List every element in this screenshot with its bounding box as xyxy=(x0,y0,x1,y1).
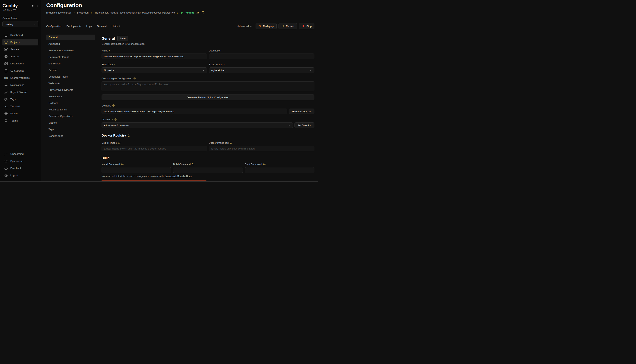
sidebar-item-tags[interactable]: Tags xyxy=(3,96,38,102)
sidebar-item-dashboard[interactable]: Dashboard xyxy=(3,32,38,38)
sidebar-item-feedback[interactable]: Feedback xyxy=(3,165,38,172)
info-icon[interactable] xyxy=(118,142,121,144)
refresh-icon[interactable] xyxy=(201,11,204,14)
sidebar-item-shared-variables[interactable]: (x) Shared Variables xyxy=(3,74,38,81)
horizontal-scrollbar-track[interactable] xyxy=(0,181,318,182)
docker-image-input[interactable] xyxy=(102,146,207,152)
redeploy-button[interactable]: Redeploy xyxy=(256,23,277,29)
custom-nginx-textarea[interactable] xyxy=(102,81,314,91)
stop-button[interactable]: Stop xyxy=(299,23,314,29)
logo-icons xyxy=(31,4,38,8)
subnav-item-general[interactable]: General xyxy=(46,34,95,40)
static-image-select[interactable]: nginx:alpine xyxy=(209,68,315,73)
info-icon[interactable] xyxy=(127,134,130,137)
subnav-item-resource-limits[interactable]: Resource Limits xyxy=(46,107,95,112)
warning-icon[interactable] xyxy=(196,11,199,14)
sidebar-item-logout[interactable]: Logout xyxy=(3,172,38,178)
sidebar-item-teams[interactable]: Teams xyxy=(3,118,38,124)
buildpack-staticimage-row: Build Pack * Nixpacks Static Image * ngi… xyxy=(102,59,314,73)
info-icon[interactable] xyxy=(133,77,136,80)
subnav-item-servers[interactable]: Servers xyxy=(46,68,95,73)
chevron-updown-icon[interactable] xyxy=(36,5,38,7)
build-pack-select[interactable]: Nixpacks xyxy=(102,68,207,73)
status-dot xyxy=(181,12,183,14)
tab-terminal[interactable]: Terminal xyxy=(97,25,106,28)
sidebar-item-servers[interactable]: Servers xyxy=(3,46,38,52)
sidebar-item-s3-storages[interactable]: S3 Storages xyxy=(3,68,38,74)
direction-select[interactable]: Allow www & non-www. xyxy=(102,122,293,128)
subnav-item-advanced[interactable]: Advanced xyxy=(46,41,95,46)
required-marker: * xyxy=(224,63,225,66)
sidebar-item-notifications[interactable]: Notifications xyxy=(3,82,38,88)
subnav-item-healthcheck[interactable]: Healthcheck xyxy=(46,94,95,99)
name-input[interactable] xyxy=(102,54,207,59)
info-icon[interactable] xyxy=(121,163,124,166)
subnav-item-git-source[interactable]: Git Source xyxy=(46,61,95,66)
sidebar-item-label: Notifications xyxy=(10,84,24,86)
subnav-item-tags[interactable]: Tags xyxy=(46,126,95,132)
sidebar-item-sponsor[interactable]: Sponsor us xyxy=(3,158,38,164)
info-icon[interactable] xyxy=(263,163,266,166)
domains-field: Domains Generate Domain xyxy=(102,104,314,114)
bell-icon xyxy=(4,83,8,87)
tab-deployments[interactable]: Deployments xyxy=(66,25,81,28)
build-command-field: Build Command xyxy=(173,163,243,173)
generate-nginx-button[interactable]: Generate Default Nginx Configuration xyxy=(102,94,314,100)
info-icon[interactable] xyxy=(112,104,115,107)
sidebar-item-onboarding[interactable]: Onboarding xyxy=(3,151,38,157)
team-select[interactable]: Hosting xyxy=(3,21,38,27)
info-icon[interactable] xyxy=(114,118,117,121)
advanced-dropdown[interactable]: Advanced xyxy=(238,25,252,28)
tab-links[interactable]: Links xyxy=(112,25,121,28)
generate-domain-button[interactable]: Generate Domain xyxy=(289,108,314,114)
framework-docs-link[interactable]: Framework Specific Docs xyxy=(165,175,192,178)
description-input[interactable] xyxy=(209,54,315,59)
build-command-input[interactable] xyxy=(173,167,243,173)
user-icon xyxy=(4,112,8,116)
main-area: Configuration illicitonion quote server … xyxy=(41,0,318,182)
git-source-icon xyxy=(4,55,8,58)
sidebar-item-profile[interactable]: Profile xyxy=(3,110,38,117)
tab-logs[interactable]: Logs xyxy=(86,25,92,28)
subnav-item-environment-variables[interactable]: Environment Variables xyxy=(46,48,95,53)
subnav-item-rollback[interactable]: Rollback xyxy=(46,100,95,106)
sidebar-item-projects[interactable]: Projects xyxy=(3,39,38,46)
tab-configuration[interactable]: Configuration xyxy=(46,25,61,28)
subnav-item-danger-zone[interactable]: Danger Zone xyxy=(46,133,95,138)
docker-image-tag-field: Docker Image Tag xyxy=(209,141,315,152)
install-command-input[interactable] xyxy=(102,167,171,173)
general-form: General Save General configuration for y… xyxy=(102,34,318,182)
subnav-item-persistent-storage[interactable]: Persistent Storage xyxy=(46,54,95,60)
theme-sun-icon[interactable] xyxy=(31,4,34,8)
start-command-input[interactable] xyxy=(245,167,314,173)
breadcrumb-project[interactable]: illicitonion quote server xyxy=(46,11,71,14)
subnav-item-metrics[interactable]: Metrics xyxy=(46,120,95,126)
static-image-label-row: Static Image * xyxy=(209,63,315,66)
save-button[interactable]: Save xyxy=(117,36,128,41)
breadcrumb-application[interactable]: illicitestonion/-module--decomposition:m… xyxy=(95,11,175,14)
nixpacks-note-text: Nixpacks will detect the required config… xyxy=(102,175,164,178)
domains-input[interactable] xyxy=(102,108,287,114)
restart-button[interactable]: Restart xyxy=(279,23,297,29)
status-badge[interactable]: Running xyxy=(184,11,194,14)
subnav-item-scheduled-tasks[interactable]: Scheduled Tasks xyxy=(46,74,95,80)
sidebar-item-destinations[interactable]: Destinations xyxy=(3,60,38,67)
sidebar-item-label: Keys & Tokens xyxy=(10,91,27,94)
redeploy-label: Redeploy xyxy=(263,25,274,28)
docker-image-tag-input[interactable] xyxy=(209,146,315,152)
sidebar-item-sources[interactable]: Sources xyxy=(3,53,38,60)
info-icon[interactable] xyxy=(192,163,194,166)
sidebar-item-terminal[interactable]: >_ Terminal xyxy=(3,103,38,110)
sidebar-item-label: Dashboard xyxy=(10,34,23,36)
sidebar-item-label: Projects xyxy=(10,41,20,44)
subnav-item-resource-operations[interactable]: Resource Operations xyxy=(46,114,95,119)
chevron-updown-icon xyxy=(118,25,121,28)
subnav-item-webhooks[interactable]: Webhooks xyxy=(46,80,95,86)
breadcrumb-environment[interactable]: production xyxy=(77,11,89,14)
chevron-down-icon xyxy=(288,124,290,126)
info-icon[interactable] xyxy=(230,142,233,144)
direction-row: Allow www & non-www. Set Direction xyxy=(102,121,314,128)
set-direction-button[interactable]: Set Direction xyxy=(295,122,314,128)
subnav-item-preview-deployments[interactable]: Preview Deployments xyxy=(46,87,95,92)
sidebar-item-keys-tokens[interactable]: Keys & Tokens xyxy=(3,89,38,96)
